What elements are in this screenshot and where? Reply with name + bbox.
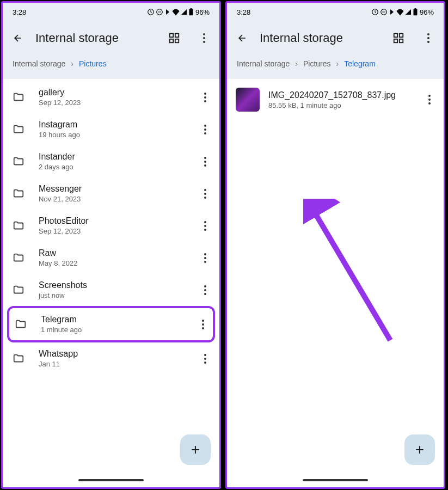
- view-grid-button[interactable]: [392, 32, 404, 44]
- svg-rect-15: [400, 34, 403, 37]
- annotation-arrow: [303, 199, 396, 346]
- status-icons: [147, 8, 194, 16]
- folder-name: gallery: [39, 88, 187, 97]
- folder-name: Instagram: [39, 120, 187, 130]
- item-more-button[interactable]: [200, 285, 211, 295]
- crumb-mid[interactable]: Pictures: [303, 59, 331, 68]
- folder-item[interactable]: Whatsapp Jan 11: [3, 342, 219, 375]
- svg-rect-14: [394, 34, 397, 37]
- file-item[interactable]: IMG_20240207_152708_837.jpg 85.55 kB, 1 …: [227, 81, 444, 118]
- crumb-current[interactable]: Telegram: [344, 59, 376, 68]
- item-more-button[interactable]: [200, 221, 211, 231]
- app-header: Internal storage: [227, 21, 444, 53]
- app-header: Internal storage: [3, 21, 219, 53]
- folder-icon: [11, 156, 26, 168]
- back-button[interactable]: [13, 33, 23, 44]
- svg-line-19: [311, 207, 390, 340]
- item-more-button[interactable]: [198, 320, 208, 329]
- page-title: Internal storage: [260, 31, 381, 45]
- svg-rect-12: [413, 9, 417, 15]
- status-icons: [371, 8, 418, 16]
- more-options-button[interactable]: [199, 33, 210, 44]
- item-more-button[interactable]: [200, 354, 211, 364]
- folder-item[interactable]: Screenshots just now: [3, 274, 219, 306]
- folder-icon: [11, 220, 26, 232]
- folder-item[interactable]: Telegram 1 minute ago: [7, 306, 215, 342]
- folder-item[interactable]: Messenger Nov 21, 2023: [3, 177, 219, 210]
- phone-left: 3:28 96% Internal storage Internal stora…: [1, 1, 221, 489]
- file-list: gallery Sep 12, 2023 Instagram 19 hours …: [3, 79, 219, 485]
- status-bar: 3:28 96%: [3, 3, 219, 21]
- file-meta: 85.55 kB, 1 minute ago: [268, 101, 415, 109]
- folder-item[interactable]: Raw May 8, 2022: [3, 242, 219, 274]
- view-grid-button[interactable]: [168, 32, 180, 44]
- crumb-root[interactable]: Internal storage: [13, 59, 65, 68]
- svg-rect-17: [400, 39, 403, 42]
- svg-rect-8: [175, 39, 179, 42]
- item-more-button[interactable]: [424, 95, 435, 105]
- folder-meta: just now: [39, 291, 187, 299]
- folder-name: Whatsapp: [39, 349, 187, 359]
- folder-meta: Sep 12, 2023: [39, 99, 187, 107]
- folder-item[interactable]: Instagram 19 hours ago: [3, 113, 219, 145]
- folder-meta: Nov 21, 2023: [39, 195, 187, 203]
- folder-meta: 1 minute ago: [41, 326, 185, 334]
- folder-icon: [11, 353, 26, 365]
- item-more-button[interactable]: [200, 125, 211, 134]
- folder-icon: [14, 318, 28, 330]
- folder-item[interactable]: PhotosEditor Sep 12, 2023: [3, 210, 219, 242]
- item-more-button[interactable]: [200, 157, 211, 167]
- folder-meta: 19 hours ago: [39, 131, 187, 139]
- crumb-root[interactable]: Internal storage: [237, 59, 290, 68]
- item-more-button[interactable]: [200, 189, 211, 199]
- nav-handle[interactable]: [78, 479, 144, 481]
- item-more-button[interactable]: [200, 93, 211, 102]
- more-options-button[interactable]: [423, 33, 434, 44]
- chevron-icon: ›: [336, 59, 339, 68]
- svg-rect-7: [170, 39, 173, 42]
- back-button[interactable]: [237, 33, 248, 44]
- status-time: 3:28: [13, 8, 26, 16]
- folder-meta: Jan 11: [39, 360, 187, 368]
- nav-handle[interactable]: [303, 479, 368, 481]
- folder-name: Screenshots: [39, 280, 187, 290]
- svg-rect-13: [415, 8, 416, 9]
- status-time: 3:28: [237, 8, 250, 16]
- chevron-icon: ›: [295, 59, 298, 68]
- status-battery: 96%: [195, 8, 210, 16]
- breadcrumb: Internal storage › Pictures › Telegram: [227, 53, 444, 79]
- add-fab[interactable]: +: [180, 434, 211, 465]
- folder-name: Raw: [39, 248, 187, 258]
- folder-icon: [11, 91, 26, 103]
- crumb-current[interactable]: Pictures: [79, 59, 107, 68]
- svg-rect-3: [189, 9, 193, 15]
- svg-rect-16: [394, 39, 397, 42]
- folder-meta: May 8, 2022: [39, 259, 187, 267]
- item-more-button[interactable]: [200, 253, 211, 263]
- image-thumbnail: [236, 88, 260, 112]
- add-fab[interactable]: +: [404, 434, 435, 465]
- folder-icon: [11, 124, 26, 136]
- folder-name: PhotosEditor: [39, 216, 187, 226]
- page-title: Internal storage: [35, 31, 156, 45]
- phone-right: 3:28 96% Internal storage Internal stora…: [225, 1, 445, 489]
- status-battery: 96%: [420, 8, 434, 16]
- breadcrumb: Internal storage › Pictures: [3, 53, 219, 79]
- svg-rect-6: [175, 34, 179, 37]
- chevron-icon: ›: [71, 59, 73, 68]
- svg-rect-5: [170, 34, 173, 37]
- svg-rect-4: [191, 8, 192, 9]
- folder-meta: 2 days ago: [39, 163, 187, 171]
- file-list: IMG_20240207_152708_837.jpg 85.55 kB, 1 …: [227, 79, 444, 485]
- folder-name: Instander: [39, 152, 187, 162]
- folder-item[interactable]: gallery Sep 12, 2023: [3, 81, 219, 113]
- folder-icon: [11, 252, 26, 264]
- folder-meta: Sep 12, 2023: [39, 227, 187, 235]
- folder-icon: [11, 188, 26, 200]
- folder-name: Messenger: [39, 184, 187, 194]
- folder-item[interactable]: Instander 2 days ago: [3, 145, 219, 177]
- folder-name: Telegram: [41, 315, 185, 324]
- folder-icon: [11, 284, 26, 296]
- status-bar: 3:28 96%: [227, 3, 444, 21]
- file-name: IMG_20240207_152708_837.jpg: [268, 90, 415, 100]
